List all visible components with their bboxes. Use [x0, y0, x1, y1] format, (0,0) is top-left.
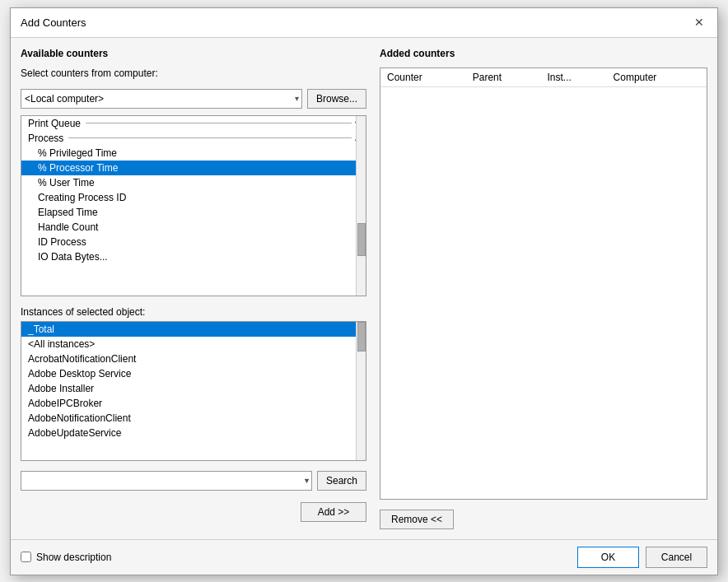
- added-counters-table: Counter Parent Inst... Computer: [380, 68, 707, 87]
- dialog-body: Available counters Select counters from …: [11, 38, 717, 539]
- add-button[interactable]: Add >>: [301, 502, 366, 522]
- col-header-parent: Parent: [466, 68, 541, 87]
- instances-section: Instances of selected object: _Total <Al…: [21, 306, 366, 461]
- counter-item-elapsed-time[interactable]: Elapsed Time: [21, 205, 366, 220]
- counter-category-process[interactable]: Process ▴: [21, 131, 366, 146]
- dialog-title: Add Counters: [21, 16, 86, 29]
- instances-label: Instances of selected object:: [21, 306, 366, 318]
- counter-item-io-data-bytes[interactable]: IO Data Bytes...: [21, 249, 366, 264]
- counters-list[interactable]: Print Queue ▾ Process ▴ % Privileged Tim…: [21, 115, 366, 296]
- remove-row: Remove <<: [380, 510, 707, 529]
- instances-scrollbar-track: [356, 322, 366, 460]
- instance-item-all[interactable]: <All instances>: [21, 337, 366, 352]
- added-table-container: Counter Parent Inst... Computer: [380, 68, 707, 500]
- footer-buttons: OK Cancel: [577, 547, 707, 568]
- add-row: Add >>: [21, 502, 366, 522]
- col-header-counter: Counter: [380, 68, 466, 87]
- instances-list[interactable]: _Total <All instances> AcrobatNotificati…: [21, 321, 366, 461]
- title-bar: Add Counters ✕: [11, 8, 717, 38]
- cancel-button[interactable]: Cancel: [646, 547, 707, 568]
- category-line: [68, 137, 352, 138]
- counter-item-handle-count[interactable]: Handle Count: [21, 220, 366, 235]
- browse-button[interactable]: Browse...: [307, 89, 366, 109]
- instance-item-total[interactable]: _Total: [21, 322, 366, 337]
- instance-item-adobe-installer[interactable]: Adobe Installer: [21, 381, 366, 396]
- instance-item-adobe-desktop[interactable]: Adobe Desktop Service: [21, 366, 366, 381]
- select-from-label: Select counters from computer:: [21, 68, 366, 79]
- search-input-wrapper: ▾: [21, 471, 312, 491]
- remove-button[interactable]: Remove <<: [380, 510, 454, 529]
- close-button[interactable]: ✕: [691, 14, 707, 30]
- counter-item-creating-pid[interactable]: Creating Process ID: [21, 190, 366, 205]
- col-header-computer: Computer: [607, 68, 707, 87]
- counter-item-proc-time[interactable]: % Processor Time: [21, 161, 366, 175]
- instances-scrollbar-thumb[interactable]: [357, 322, 366, 352]
- col-header-instance: Inst...: [540, 68, 606, 87]
- instance-item-acrobat[interactable]: AcrobatNotificationClient: [21, 352, 366, 366]
- dialog-footer: Show description OK Cancel: [11, 539, 717, 575]
- search-row: ▾ Search: [21, 471, 366, 491]
- available-counters-label: Available counters: [21, 48, 366, 59]
- show-description-label[interactable]: Show description: [36, 552, 111, 563]
- computer-row: <Local computer> Browse...: [21, 89, 366, 109]
- computer-select-wrapper: <Local computer>: [21, 89, 302, 109]
- show-description-checkbox[interactable]: [21, 552, 31, 562]
- added-counters-label: Added counters: [380, 48, 707, 59]
- right-panel: Added counters Counter Parent Inst... Co…: [380, 48, 707, 529]
- left-panel: Available counters Select counters from …: [21, 48, 366, 529]
- computer-select[interactable]: <Local computer>: [21, 89, 302, 109]
- counter-category-print-queue[interactable]: Print Queue ▾: [21, 116, 366, 131]
- counter-item-id-process[interactable]: ID Process: [21, 235, 366, 249]
- ok-button[interactable]: OK: [577, 547, 639, 568]
- search-input[interactable]: [21, 471, 312, 491]
- show-description-row: Show description: [21, 552, 111, 563]
- scrollbar-track: [356, 116, 366, 296]
- counter-item-priv-time[interactable]: % Privileged Time: [21, 146, 366, 161]
- add-counters-dialog: Add Counters ✕ Available counters Select…: [10, 7, 718, 575]
- instance-item-adobe-notif[interactable]: AdobeNotificationClient: [21, 411, 366, 426]
- counter-item-user-time[interactable]: % User Time: [21, 175, 366, 190]
- scrollbar-thumb[interactable]: [357, 223, 366, 256]
- instance-item-adobe-update[interactable]: AdobeUpdateService: [21, 426, 366, 440]
- instance-item-adobe-ipc[interactable]: AdobeIPCBroker: [21, 396, 366, 411]
- category-line: [86, 123, 352, 123]
- search-button[interactable]: Search: [317, 471, 366, 491]
